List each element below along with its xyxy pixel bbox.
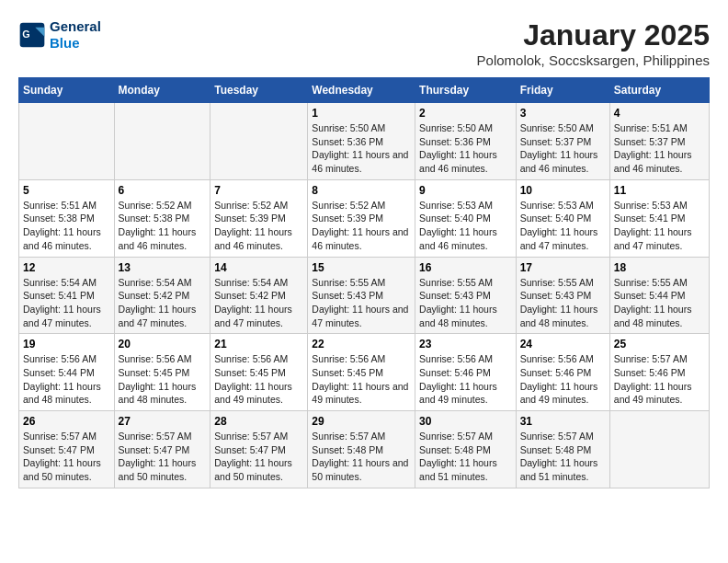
day-info: Sunrise: 5:57 AMSunset: 5:48 PMDaylight:…: [520, 430, 606, 484]
day-number: 29: [312, 415, 411, 428]
day-cell: 3Sunrise: 5:50 AMSunset: 5:37 PMDaylight…: [516, 103, 609, 180]
day-cell: 24Sunrise: 5:56 AMSunset: 5:46 PMDayligh…: [516, 334, 609, 411]
header-cell-thursday: Thursday: [415, 78, 517, 103]
day-info: Sunrise: 5:57 AMSunset: 5:47 PMDaylight:…: [214, 430, 303, 484]
day-info: Sunrise: 5:54 AMSunset: 5:42 PMDaylight:…: [214, 276, 303, 330]
day-cell: [210, 103, 308, 180]
week-row-3: 12Sunrise: 5:54 AMSunset: 5:41 PMDayligh…: [19, 257, 710, 334]
day-cell: 21Sunrise: 5:56 AMSunset: 5:45 PMDayligh…: [210, 334, 308, 411]
day-number: 4: [614, 107, 705, 120]
day-number: 13: [119, 261, 207, 274]
day-cell: [114, 103, 210, 180]
day-cell: [609, 411, 709, 488]
day-info: Sunrise: 5:57 AMSunset: 5:47 PMDaylight:…: [23, 430, 110, 484]
day-cell: 23Sunrise: 5:56 AMSunset: 5:46 PMDayligh…: [415, 334, 517, 411]
day-cell: 26Sunrise: 5:57 AMSunset: 5:47 PMDayligh…: [19, 411, 115, 488]
day-info: Sunrise: 5:57 AMSunset: 5:48 PMDaylight:…: [312, 430, 411, 484]
day-number: 28: [214, 415, 303, 428]
subtitle: Polomolok, Soccsksargen, Philippines: [477, 52, 710, 68]
logo-icon: G: [18, 21, 46, 49]
day-cell: 6Sunrise: 5:52 AMSunset: 5:38 PMDaylight…: [114, 179, 210, 257]
logo-line2: Blue: [50, 35, 80, 51]
day-cell: 14Sunrise: 5:54 AMSunset: 5:42 PMDayligh…: [210, 257, 308, 334]
day-info: Sunrise: 5:50 AMSunset: 5:36 PMDaylight:…: [312, 121, 411, 176]
day-info: Sunrise: 5:54 AMSunset: 5:41 PMDaylight:…: [23, 276, 110, 330]
day-info: Sunrise: 5:55 AMSunset: 5:43 PMDaylight:…: [520, 276, 606, 330]
day-info: Sunrise: 5:57 AMSunset: 5:48 PMDaylight:…: [419, 430, 512, 484]
day-info: Sunrise: 5:56 AMSunset: 5:45 PMDaylight:…: [119, 352, 207, 407]
day-cell: 8Sunrise: 5:52 AMSunset: 5:39 PMDaylight…: [308, 179, 415, 257]
day-cell: 10Sunrise: 5:53 AMSunset: 5:40 PMDayligh…: [516, 179, 609, 257]
day-cell: 11Sunrise: 5:53 AMSunset: 5:41 PMDayligh…: [609, 179, 709, 257]
day-cell: 27Sunrise: 5:57 AMSunset: 5:47 PMDayligh…: [114, 411, 210, 488]
header-cell-monday: Monday: [114, 78, 210, 103]
header-cell-sunday: Sunday: [19, 78, 115, 103]
day-info: Sunrise: 5:51 AMSunset: 5:37 PMDaylight:…: [614, 121, 705, 176]
day-cell: 25Sunrise: 5:57 AMSunset: 5:46 PMDayligh…: [609, 334, 709, 411]
day-cell: 16Sunrise: 5:55 AMSunset: 5:43 PMDayligh…: [415, 257, 517, 334]
week-row-2: 5Sunrise: 5:51 AMSunset: 5:38 PMDaylight…: [19, 179, 710, 257]
day-cell: 17Sunrise: 5:55 AMSunset: 5:43 PMDayligh…: [516, 257, 609, 334]
day-info: Sunrise: 5:51 AMSunset: 5:38 PMDaylight:…: [23, 199, 110, 253]
day-cell: 12Sunrise: 5:54 AMSunset: 5:41 PMDayligh…: [19, 257, 115, 334]
day-number: 16: [419, 261, 512, 274]
week-row-1: 1Sunrise: 5:50 AMSunset: 5:36 PMDaylight…: [19, 103, 710, 180]
day-cell: 28Sunrise: 5:57 AMSunset: 5:47 PMDayligh…: [210, 411, 308, 488]
header-cell-wednesday: Wednesday: [308, 78, 415, 103]
header-cell-saturday: Saturday: [609, 78, 709, 103]
day-info: Sunrise: 5:52 AMSunset: 5:39 PMDaylight:…: [214, 199, 303, 253]
svg-text:G: G: [22, 29, 29, 40]
day-number: 6: [119, 184, 207, 197]
week-row-4: 19Sunrise: 5:56 AMSunset: 5:44 PMDayligh…: [19, 334, 710, 411]
logo-line1: General: [50, 18, 101, 35]
day-number: 11: [614, 184, 705, 197]
day-number: 18: [614, 261, 705, 274]
day-number: 1: [312, 107, 411, 120]
day-number: 30: [419, 415, 512, 428]
header-row: SundayMondayTuesdayWednesdayThursdayFrid…: [19, 78, 710, 103]
day-info: Sunrise: 5:55 AMSunset: 5:43 PMDaylight:…: [312, 276, 411, 330]
day-number: 17: [520, 261, 606, 274]
day-number: 24: [520, 338, 606, 350]
day-number: 23: [419, 338, 512, 350]
day-number: 21: [214, 338, 303, 350]
day-info: Sunrise: 5:57 AMSunset: 5:46 PMDaylight:…: [614, 352, 705, 407]
day-info: Sunrise: 5:56 AMSunset: 5:45 PMDaylight:…: [214, 352, 303, 407]
main-title: January 2025: [477, 18, 710, 52]
day-number: 19: [23, 338, 110, 350]
day-info: Sunrise: 5:53 AMSunset: 5:40 PMDaylight:…: [520, 199, 606, 253]
day-number: 15: [312, 261, 411, 274]
calendar-table: SundayMondayTuesdayWednesdayThursdayFrid…: [18, 77, 710, 488]
day-info: Sunrise: 5:55 AMSunset: 5:43 PMDaylight:…: [419, 276, 512, 330]
day-number: 31: [520, 415, 606, 428]
page-header: G General Blue January 2025 Polomolok, S…: [18, 18, 710, 68]
day-number: 8: [312, 184, 411, 197]
day-cell: 29Sunrise: 5:57 AMSunset: 5:48 PMDayligh…: [308, 411, 415, 488]
day-info: Sunrise: 5:56 AMSunset: 5:44 PMDaylight:…: [23, 352, 110, 407]
day-cell: 30Sunrise: 5:57 AMSunset: 5:48 PMDayligh…: [415, 411, 517, 488]
day-info: Sunrise: 5:54 AMSunset: 5:42 PMDaylight:…: [119, 276, 207, 330]
day-info: Sunrise: 5:56 AMSunset: 5:45 PMDaylight:…: [312, 352, 411, 407]
day-number: 12: [23, 261, 110, 274]
day-cell: 19Sunrise: 5:56 AMSunset: 5:44 PMDayligh…: [19, 334, 115, 411]
day-number: 3: [520, 107, 606, 120]
day-info: Sunrise: 5:55 AMSunset: 5:44 PMDaylight:…: [614, 276, 705, 330]
week-row-5: 26Sunrise: 5:57 AMSunset: 5:47 PMDayligh…: [19, 411, 710, 488]
logo: G General Blue: [18, 18, 101, 52]
day-cell: 13Sunrise: 5:54 AMSunset: 5:42 PMDayligh…: [114, 257, 210, 334]
day-info: Sunrise: 5:56 AMSunset: 5:46 PMDaylight:…: [419, 352, 512, 407]
day-cell: 1Sunrise: 5:50 AMSunset: 5:36 PMDaylight…: [308, 103, 415, 180]
header-cell-friday: Friday: [516, 78, 609, 103]
day-info: Sunrise: 5:52 AMSunset: 5:38 PMDaylight:…: [119, 199, 207, 253]
header-cell-tuesday: Tuesday: [210, 78, 308, 103]
logo-text: General Blue: [50, 18, 101, 52]
day-number: 27: [119, 415, 207, 428]
day-number: 10: [520, 184, 606, 197]
day-number: 2: [419, 107, 512, 120]
day-number: 20: [119, 338, 207, 350]
day-cell: 15Sunrise: 5:55 AMSunset: 5:43 PMDayligh…: [308, 257, 415, 334]
day-number: 14: [214, 261, 303, 274]
day-info: Sunrise: 5:50 AMSunset: 5:36 PMDaylight:…: [419, 121, 512, 176]
day-number: 26: [23, 415, 110, 428]
day-number: 22: [312, 338, 411, 350]
